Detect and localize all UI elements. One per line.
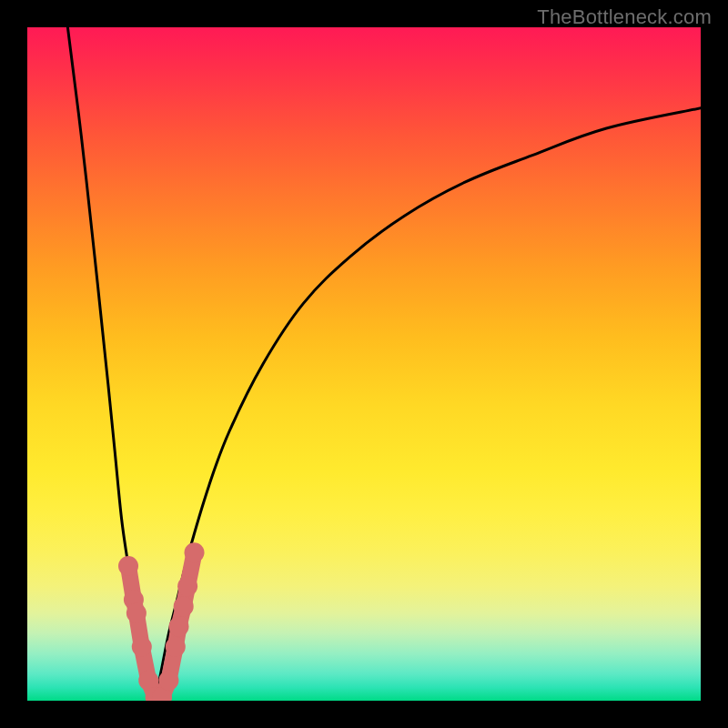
marker-dot [177, 576, 197, 596]
chart-svg [27, 27, 701, 701]
curve-right [156, 108, 701, 701]
marker-dot [118, 556, 138, 576]
marker-dot [174, 596, 194, 616]
watermark-text: TheBottleneck.com [537, 5, 712, 29]
marker-dot [169, 617, 189, 637]
chart-plot-area [27, 27, 701, 701]
marker-dot [132, 637, 152, 657]
chart-frame: TheBottleneck.com [0, 0, 728, 728]
marker-dot [126, 603, 147, 623]
marker-dot [185, 542, 205, 562]
marker-dot [166, 637, 186, 657]
curve-markers [118, 542, 205, 701]
marker-dot [158, 671, 178, 691]
